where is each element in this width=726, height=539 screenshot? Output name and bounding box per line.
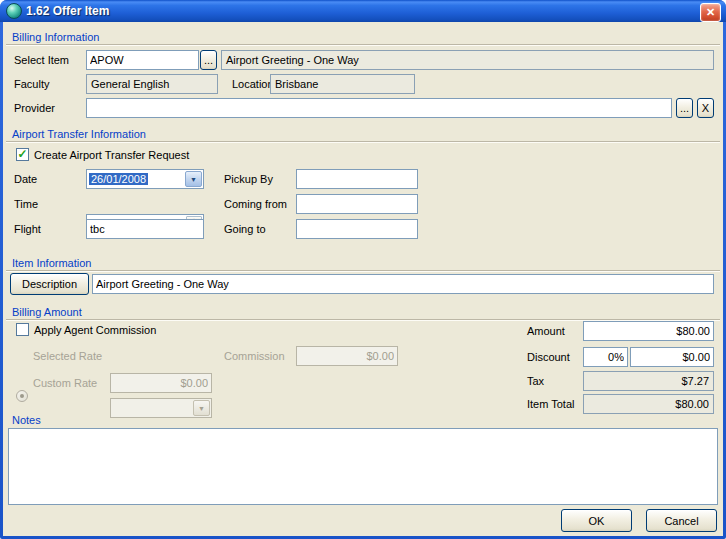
date-value: 26/01/2008 [89,173,148,185]
pickup-by-input[interactable] [296,169,418,189]
check-icon: ✓ [17,148,27,160]
apply-commission-label: Apply Agent Commission [34,324,156,336]
apply-commission-checkbox[interactable]: ✓ [16,323,29,336]
titlebar[interactable]: 1.62 Offer Item ✕ [0,0,726,22]
discount-amount-input[interactable] [630,347,714,367]
provider-label: Provider [14,102,55,114]
notes-textarea[interactable] [8,428,718,505]
section-title-billing-information: Billing Information [12,31,99,43]
commission-label: Commission [224,350,285,362]
section-title-airport-transfer: Airport Transfer Information [12,128,146,140]
create-transfer-label: Create Airport Transfer Request [34,149,189,161]
provider-browse-button[interactable]: ... [676,98,693,118]
section-separator [6,270,720,272]
close-button[interactable]: ✕ [700,3,721,22]
commission-input [296,346,398,366]
section-title-notes: Notes [12,414,41,426]
going-to-label: Going to [224,223,266,235]
close-icon: ✕ [706,6,715,19]
section-separator [6,44,720,46]
provider-clear-button[interactable]: X [697,98,714,118]
tax-label: Tax [527,375,544,387]
location-label: Location [232,78,274,90]
chevron-down-icon: ▼ [193,400,210,416]
item-total-label: Item Total [527,398,575,410]
faculty-label: Faculty [14,78,49,90]
location-field: Brisbane [270,74,415,94]
selected-rate-label: Selected Rate [33,350,102,362]
select-item-browse-button[interactable]: ... [200,50,217,70]
cancel-button[interactable]: Cancel [646,509,717,532]
offer-item-window: 1.62 Offer Item ✕ Billing Information Se… [0,0,726,539]
custom-rate-label: Custom Rate [33,377,97,389]
date-combobox[interactable]: 26/01/2008 ▼ [86,169,204,189]
create-transfer-checkbox[interactable]: ✓ [16,148,29,161]
select-item-input[interactable] [86,50,199,70]
description-input[interactable] [92,274,714,294]
app-icon [6,3,22,19]
ok-button[interactable]: OK [561,509,632,532]
select-item-label: Select Item [14,54,69,66]
discount-label: Discount [527,351,570,363]
section-separator [6,141,720,143]
provider-input[interactable] [86,98,672,118]
selected-rate-radio [16,390,28,402]
time-label: Time [14,198,38,210]
item-description-field: Airport Greeting - One Way [221,50,714,70]
item-total-field: $80.00 [583,394,714,414]
section-title-item-information: Item Information [12,257,91,269]
description-button[interactable]: Description [10,273,89,295]
rate-combobox: ▼ [110,398,212,418]
section-title-billing-amount: Billing Amount [12,306,82,318]
flight-label: Flight [14,223,41,235]
pickup-by-label: Pickup By [224,173,273,185]
coming-from-input[interactable] [296,194,418,214]
tax-field: $7.27 [583,371,714,391]
coming-from-label: Coming from [224,198,287,210]
date-label: Date [14,173,37,185]
going-to-input[interactable] [296,219,418,239]
faculty-field: General English [86,74,218,94]
amount-input[interactable] [583,321,714,341]
flight-input[interactable] [86,219,204,239]
amount-label: Amount [527,325,565,337]
chevron-down-icon[interactable]: ▼ [185,171,202,187]
custom-rate-input [110,373,212,393]
discount-percent-input[interactable] [583,347,628,367]
window-title: 1.62 Offer Item [26,0,109,22]
